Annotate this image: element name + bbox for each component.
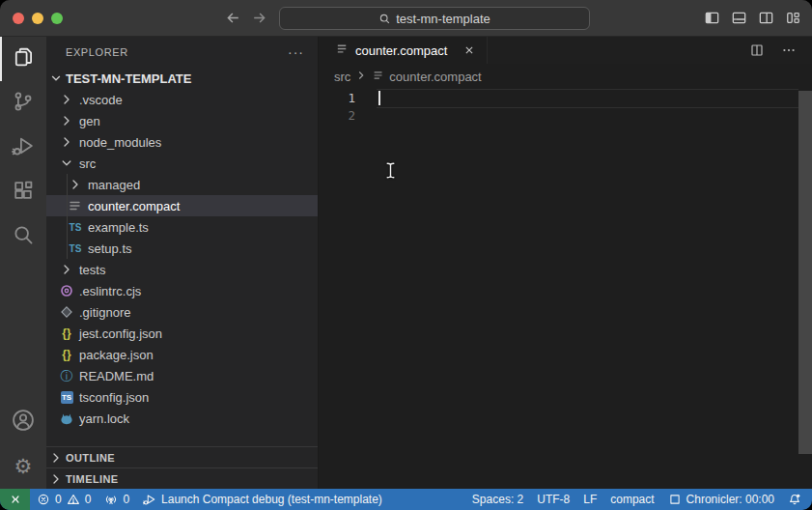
status-text: 0 (123, 493, 129, 506)
scrollbar-thumb[interactable] (798, 91, 812, 454)
breadcrumb-item-src[interactable]: src (334, 70, 350, 84)
line-number-2: 2 (319, 108, 355, 123)
status-text: UTF-8 (537, 493, 570, 506)
split-editor-button[interactable] (748, 42, 766, 59)
tree-item-label: yarn.lock (79, 411, 129, 426)
status-item-problems[interactable]: 00 (30, 489, 98, 510)
tree-item-gen[interactable]: gen (46, 110, 318, 131)
toggle-secondary-sidebar-button[interactable] (757, 10, 774, 27)
tree-item-setup-ts[interactable]: TSsetup.ts (46, 238, 318, 259)
status-item-debug-launch[interactable]: Launch Compact debug (test-mn-template) (136, 489, 389, 510)
close-window-button[interactable] (13, 13, 24, 24)
activity-item-run-and-debug[interactable] (0, 126, 46, 170)
tree-item-package-json[interactable]: {}package.json (46, 344, 318, 365)
customize-layout-button[interactable] (784, 10, 801, 27)
activity-item-search[interactable] (0, 214, 46, 259)
tree-item-label: example.ts (88, 220, 149, 235)
tree-item-src[interactable]: src (46, 153, 318, 174)
braces-icon: {} (59, 347, 74, 362)
code-line-1: 1 (319, 89, 798, 106)
section-label: TIMELINE (66, 473, 119, 485)
more-actions-button[interactable] (780, 42, 798, 59)
account-icon (12, 409, 35, 436)
editor-actions (748, 37, 812, 64)
tree-item-tsconfig-json[interactable]: TStsconfig.json (46, 386, 318, 408)
tree-item-readme-md[interactable]: ⓘREADME.md (46, 365, 318, 386)
activity-item-explorer[interactable] (0, 37, 46, 81)
activity-item-accounts[interactable] (0, 400, 46, 444)
status-item-eol[interactable]: LF (576, 489, 603, 510)
status-item-remote[interactable] (0, 489, 30, 510)
tree-root-test-mn-template[interactable]: TEST-MN-TEMPLATE (46, 68, 318, 89)
command-center-search[interactable]: test-mn-template (279, 7, 590, 30)
status-text: Chronicler: 00:00 (686, 493, 774, 506)
ts-icon: TS (68, 219, 83, 235)
status-item-language-mode[interactable]: compact (603, 489, 660, 510)
chevron-right-icon (48, 450, 64, 466)
search-icon (378, 13, 391, 25)
navigate-forward-button[interactable] (249, 8, 268, 27)
tree-item-eslintrc-cjs[interactable]: .eslintrc.cjs (46, 280, 318, 301)
git-diamond-icon (59, 304, 74, 320)
section-timeline[interactable]: TIMELINE (46, 468, 318, 489)
tree-item-label: package.json (79, 348, 154, 362)
sidebar-right-icon (758, 10, 774, 26)
tree-item-yarn-lock[interactable]: yarn.lock (46, 408, 318, 429)
debug-alt-icon (143, 493, 156, 506)
panel-bottom-icon (731, 10, 747, 26)
tree-item-gitignore[interactable]: .gitignore (46, 301, 318, 323)
status-item-chronicler[interactable]: Chronicler: 00:00 (661, 489, 781, 510)
tree-item-label: node_modules (79, 135, 161, 150)
status-item-notifications[interactable] (781, 489, 808, 510)
chevron-right-icon (354, 69, 368, 85)
zoom-window-button[interactable] (51, 13, 63, 24)
layout-controls (703, 0, 801, 36)
explorer-more-actions-button[interactable]: ··· (288, 44, 304, 60)
workbench: ⚙ EXPLORER ··· TEST-MN-TEMPLATE .vscodeg… (0, 37, 812, 489)
tree-item-managed[interactable]: managed (46, 174, 318, 195)
toggle-panel-button[interactable] (730, 10, 747, 27)
status-item-ports[interactable]: 0 (98, 489, 136, 510)
status-item-indentation[interactable]: Spaces: 2 (465, 489, 530, 510)
editor-scrollbar (798, 91, 812, 489)
bell-dot-icon (788, 493, 801, 506)
navigate-back-button[interactable] (223, 8, 242, 27)
status-bar: 000Launch Compact debug (test-mn-templat… (0, 489, 812, 510)
arrow-left-icon (225, 10, 241, 26)
lines-file-icon (372, 69, 385, 85)
chevron-right-icon (59, 134, 74, 150)
tree-item-tests[interactable]: tests (46, 259, 318, 280)
status-item-encoding[interactable]: UTF-8 (530, 489, 576, 510)
chevron-right-icon (59, 113, 74, 128)
toggle-primary-sidebar-button[interactable] (703, 10, 720, 27)
activity-item-settings[interactable]: ⚙ (0, 444, 46, 489)
activity-item-source-control[interactable] (0, 81, 46, 126)
code-area[interactable]: 1 2 (319, 89, 812, 489)
section-outline[interactable]: OUTLINE (46, 446, 318, 468)
tree-item-vscode[interactable]: .vscode (46, 89, 318, 110)
activity-item-extensions[interactable] (0, 170, 46, 214)
tree-item-label: counter.compact (88, 199, 180, 213)
file-tree: .vscodegennode_modulessrcmanagedcounter.… (46, 89, 318, 429)
yarn-icon (59, 411, 74, 426)
tab-counter-compact[interactable]: counter.compact (319, 37, 488, 64)
close-tab-button[interactable] (462, 42, 477, 58)
chevron-down-icon (48, 71, 64, 86)
tree-item-node-modules[interactable]: node_modules (46, 131, 318, 153)
tree-item-jest-config-json[interactable]: {}jest.config.json (46, 323, 318, 344)
status-bar-right: Spaces: 2UTF-8LFcompactChronicler: 00:00 (465, 489, 812, 510)
minimize-window-button[interactable] (32, 13, 43, 24)
line-number-1: 1 (319, 91, 355, 105)
braces-icon: {} (59, 326, 74, 341)
breadcrumb-item-file[interactable]: counter.compact (389, 70, 481, 84)
tab-label: counter.compact (355, 43, 447, 58)
source-control-icon (12, 90, 35, 117)
tree-item-counter-compact[interactable]: counter.compact (46, 195, 318, 216)
text-cursor-caret (378, 91, 380, 105)
titlebar: test-mn-template (0, 0, 812, 37)
tree-item-example-ts[interactable]: TSexample.ts (46, 216, 318, 238)
chevron-down-icon (59, 156, 74, 171)
sidebar-header: EXPLORER ··· (46, 37, 318, 68)
tree-item-label: .gitignore (79, 305, 130, 320)
tree-item-label: src (79, 156, 96, 171)
